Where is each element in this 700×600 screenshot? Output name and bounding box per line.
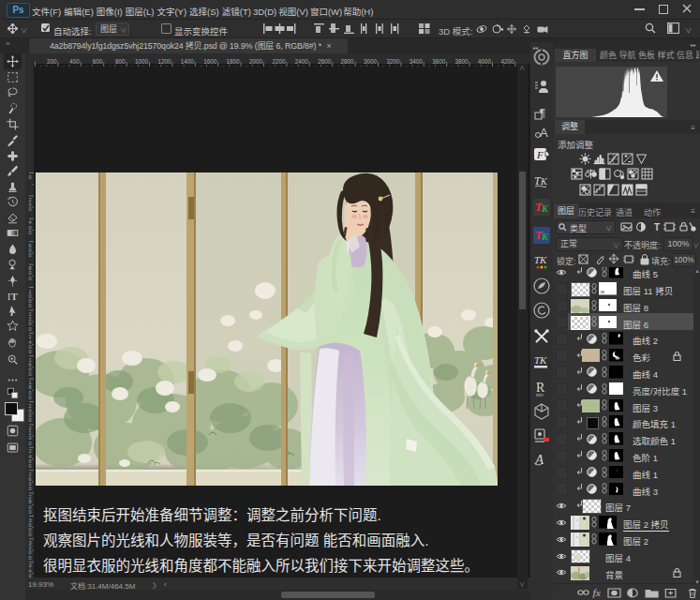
svg-text:1000: 1000 [135,58,149,65]
svg-text:1600: 1600 [203,58,217,65]
svg-text:1400: 1400 [181,58,195,65]
svg-text:400: 400 [69,58,80,65]
svg-text:T: T [10,291,18,302]
svg-text:F: F [536,149,544,160]
svg-text:fx: fx [593,588,602,598]
svg-text:3400: 3400 [410,58,424,65]
svg-text:K: K [541,203,549,214]
svg-text:800: 800 [115,58,126,65]
svg-text:0: 0 [28,371,31,377]
svg-text:K: K [540,176,548,187]
svg-text:0: 0 [28,230,31,235]
svg-text:600: 600 [93,58,103,65]
svg-text:3200: 3200 [386,58,400,65]
svg-text:2400: 2400 [295,58,309,65]
svg-text:3000: 3000 [364,58,378,65]
svg-text:TK: TK [534,354,547,366]
svg-text:K: K [541,232,549,242]
svg-text:2600: 2600 [318,58,332,65]
svg-text:0: 0 [28,509,31,515]
svg-text:2000: 2000 [249,58,263,65]
svg-text:1200: 1200 [157,58,171,65]
svg-text:0: 0 [28,276,31,281]
svg-text:1800: 1800 [227,58,241,65]
svg-text:0: 0 [28,174,31,180]
svg-text:0: 0 [28,395,31,400]
svg-text:0: 0 [28,486,31,491]
svg-text:0: 0 [28,441,31,446]
svg-text:PRO: PRO [536,393,544,398]
svg-text:0: 0 [28,463,31,469]
svg-text:0: 0 [28,532,31,537]
svg-text:A: A [540,126,548,140]
svg-text:TK: TK [534,254,547,265]
svg-text:0: 0 [28,326,31,332]
svg-text:4200: 4200 [500,58,514,65]
svg-text:0: 0 [28,303,31,308]
svg-text:0: 0 [28,349,31,354]
svg-text:0: 0 [28,252,31,258]
svg-text:¶: ¶ [540,105,545,119]
svg-text:0: 0 [28,555,31,561]
svg-text:4000: 4000 [478,58,492,65]
svg-text:0: 0 [28,417,31,423]
svg-text:200: 200 [47,58,57,65]
svg-text:T: T [654,222,660,232]
svg-text:3800: 3800 [455,58,469,65]
svg-text:2200: 2200 [272,58,286,65]
svg-text:3600: 3600 [432,58,446,65]
svg-text:2800: 2800 [341,58,355,65]
svg-text:0: 0 [28,206,31,212]
